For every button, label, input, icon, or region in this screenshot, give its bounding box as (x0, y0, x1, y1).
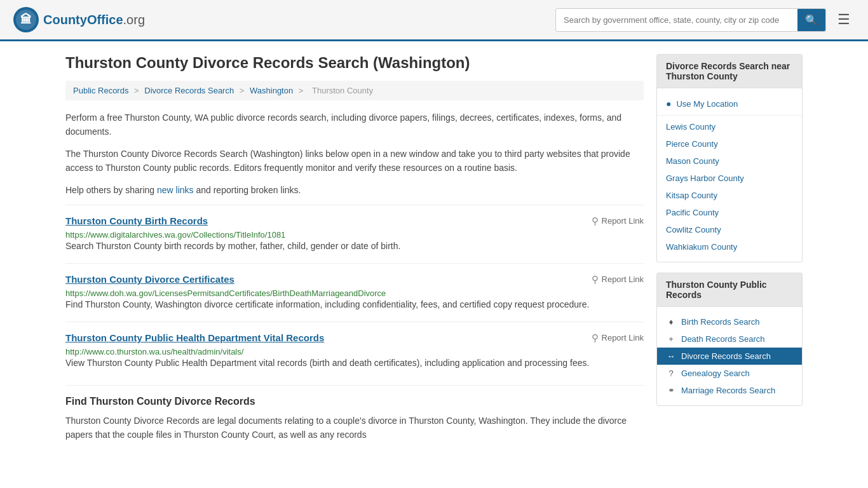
desc-para-3-pre: Help others by sharing (65, 185, 157, 195)
nearby-county-link-7[interactable]: Wahkiakum County (666, 242, 737, 252)
page-title: Thurston County Divorce Records Search (… (65, 54, 644, 72)
hamburger-menu[interactable]: ☰ (832, 9, 855, 30)
report-link-1[interactable]: ⚲ Report Link (592, 274, 644, 285)
find-section: Find Thurston County Divorce Records Thu… (65, 385, 644, 442)
header-right: 🔍 ☰ (555, 8, 855, 32)
public-record-item-2[interactable]: ↔ Divorce Records Search (657, 348, 802, 365)
desc-para-3-post: and reporting broken links. (194, 185, 301, 195)
report-label-1: Report Link (602, 274, 644, 284)
nearby-county-item[interactable]: Pacific County (657, 204, 802, 221)
use-location-link[interactable]: Use My Location (676, 99, 738, 109)
new-links-link[interactable]: new links (157, 185, 194, 195)
desc-para-3: Help others by sharing new links and rep… (65, 183, 644, 197)
logo-icon: 🏛 (13, 6, 39, 33)
nearby-county-link-2[interactable]: Mason County (666, 156, 719, 166)
page-container: Thurston County Divorce Records Search (… (53, 41, 815, 463)
record-cards: Thurston County Birth Records ⚲ Report L… (65, 205, 644, 380)
nearby-county-item[interactable]: Lewis County (657, 118, 802, 135)
public-record-item-0[interactable]: ♦ Birth Records Search (657, 313, 802, 330)
nearby-county-item[interactable]: Cowlitz County (657, 221, 802, 238)
svg-text:🏛: 🏛 (20, 13, 32, 26)
header: 🏛 CountyOffice.org 🔍 ☰ (0, 0, 868, 41)
record-url-2[interactable]: http://www.co.thurston.wa.us/health/admi… (65, 347, 243, 356)
location-pin-icon: ● (666, 98, 671, 109)
breadcrumb-sep1: > (134, 86, 139, 95)
pr-icon-1: + (666, 334, 676, 344)
search-button[interactable]: 🔍 (797, 9, 825, 31)
public-record-item-4[interactable]: ⚭ Marriage Records Search (657, 382, 802, 399)
public-record-item-3[interactable]: ? Genealogy Search (657, 365, 802, 382)
record-desc-0: Search Thurston County birth records by … (65, 240, 644, 253)
logo-area: 🏛 CountyOffice.org (13, 6, 145, 33)
report-label-0: Report Link (602, 216, 644, 226)
breadcrumb-sep2: > (240, 86, 245, 95)
record-card-header: Thurston County Public Health Department… (65, 332, 644, 344)
find-section-title: Find Thurston County Divorce Records (65, 385, 644, 407)
nearby-county-item[interactable]: Wahkiakum County (657, 238, 802, 255)
nearby-county-link-0[interactable]: Lewis County (666, 122, 715, 132)
record-desc-1: Find Thurston County, Washington divorce… (65, 298, 644, 311)
use-location-item[interactable]: ● Use My Location (657, 95, 802, 112)
record-card-header: Thurston County Divorce Certificates ⚲ R… (65, 274, 644, 285)
pr-link-0[interactable]: Birth Records Search (681, 317, 760, 327)
report-icon-1: ⚲ (592, 274, 599, 285)
breadcrumb-public-records[interactable]: Public Records (73, 86, 128, 95)
pr-link-3[interactable]: Genealogy Search (681, 369, 750, 378)
find-section-desc: Thurston County Divorce Records are lega… (65, 414, 644, 442)
pr-link-2[interactable]: Divorce Records Search (681, 351, 771, 361)
report-link-0[interactable]: ⚲ Report Link (592, 215, 644, 227)
sidebar-divider-1 (657, 115, 802, 116)
nearby-box: Divorce Records Search near Thurston Cou… (656, 54, 803, 262)
pr-icon-2: ↔ (666, 351, 676, 361)
record-title-0[interactable]: Thurston County Birth Records (65, 215, 208, 226)
breadcrumb-divorce-records[interactable]: Divorce Records Search (144, 86, 234, 95)
nearby-county-item[interactable]: Mason County (657, 152, 802, 170)
public-records-items: ♦ Birth Records Search + Death Records S… (657, 313, 802, 399)
logo-text: CountyOffice.org (43, 13, 145, 27)
pr-icon-0: ♦ (666, 317, 676, 327)
nearby-county-link-3[interactable]: Grays Harbor County (666, 173, 744, 183)
record-card: Thurston County Birth Records ⚲ Report L… (65, 205, 644, 263)
sidebar: Divorce Records Search near Thurston Cou… (656, 54, 803, 450)
search-input[interactable] (556, 10, 797, 30)
record-title-1[interactable]: Thurston County Divorce Certificates (65, 274, 234, 285)
public-records-title: Thurston County Public Records (657, 273, 802, 307)
report-link-2[interactable]: ⚲ Report Link (592, 332, 644, 344)
pr-link-1[interactable]: Death Records Search (681, 334, 765, 344)
public-records-box: Thurston County Public Records ♦ Birth R… (656, 273, 803, 406)
nearby-county-item[interactable]: Grays Harbor County (657, 170, 802, 187)
nearby-county-item[interactable]: Pierce County (657, 135, 802, 152)
record-url-0[interactable]: https://www.digitalarchives.wa.gov/Colle… (65, 230, 285, 240)
record-card: Thurston County Divorce Certificates ⚲ R… (65, 263, 644, 322)
report-label-2: Report Link (602, 333, 644, 342)
breadcrumb-current: Thurston County (312, 86, 373, 95)
public-record-item-1[interactable]: + Death Records Search (657, 330, 802, 348)
public-records-content: ♦ Birth Records Search + Death Records S… (657, 307, 802, 405)
record-card: Thurston County Public Health Department… (65, 322, 644, 380)
pr-link-4[interactable]: Marriage Records Search (681, 386, 775, 395)
record-title-2[interactable]: Thurston County Public Health Department… (65, 332, 324, 343)
search-bar: 🔍 (555, 8, 826, 32)
breadcrumb-washington[interactable]: Washington (250, 86, 293, 95)
main-content: Thurston County Divorce Records Search (… (65, 54, 644, 450)
breadcrumb-sep3: > (299, 86, 304, 95)
pr-icon-3: ? (666, 369, 676, 378)
nearby-content: ● Use My Location Lewis CountyPierce Cou… (657, 88, 802, 262)
nearby-county-link-4[interactable]: Kitsap County (666, 191, 717, 200)
record-url-1[interactable]: https://www.doh.wa.gov/LicensesPermitsan… (65, 288, 386, 298)
nearby-title: Divorce Records Search near Thurston Cou… (657, 55, 802, 88)
nearby-county-link-6[interactable]: Cowlitz County (666, 225, 721, 234)
record-card-header: Thurston County Birth Records ⚲ Report L… (65, 215, 644, 227)
desc-para-1: Perform a free Thurston County, WA publi… (65, 111, 644, 139)
breadcrumb: Public Records > Divorce Records Search … (65, 81, 644, 100)
desc-para-2: The Thurston County Divorce Records Sear… (65, 147, 644, 175)
record-desc-2: View Thurston County Public Health Depar… (65, 356, 644, 370)
nearby-counties: Lewis CountyPierce CountyMason CountyGra… (657, 118, 802, 255)
nearby-county-item[interactable]: Kitsap County (657, 187, 802, 204)
nearby-county-link-1[interactable]: Pierce County (666, 139, 718, 149)
report-icon-0: ⚲ (592, 215, 599, 227)
pr-icon-4: ⚭ (666, 386, 676, 395)
nearby-county-link-5[interactable]: Pacific County (666, 208, 719, 217)
report-icon-2: ⚲ (592, 332, 599, 344)
